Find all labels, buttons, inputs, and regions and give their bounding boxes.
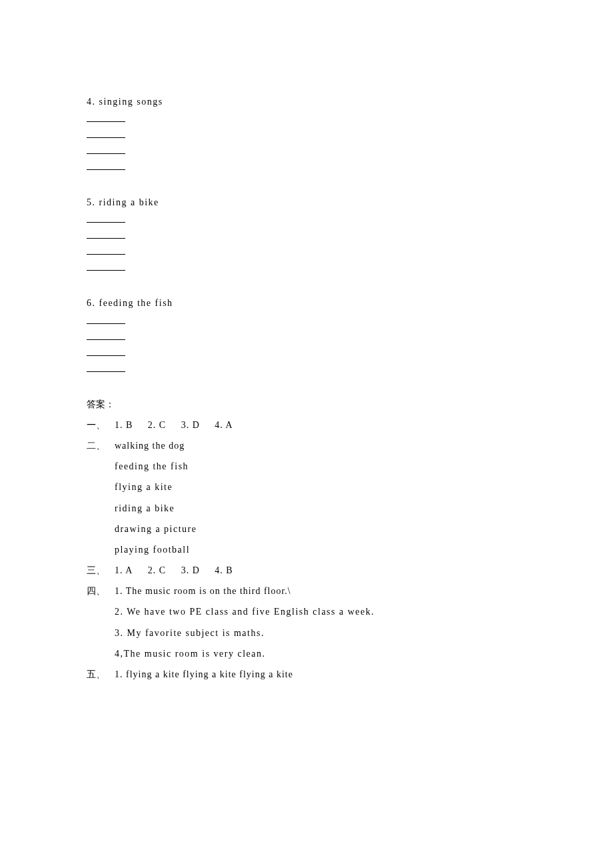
blank-line — [87, 347, 125, 356]
answer-3-1: 1. A — [115, 565, 133, 575]
blank-line — [87, 145, 125, 154]
section-2-line-0: walking the dog — [115, 437, 526, 454]
answer-title: 答案： — [87, 396, 526, 413]
section-2-line-1: feeding the fish — [115, 458, 526, 475]
exercise-4-text: 4. singing songs — [87, 93, 526, 110]
blank-line — [87, 363, 125, 372]
section-3-content: 1. A 2. C 3. D 4. B — [115, 562, 526, 579]
blank-line — [87, 261, 125, 271]
blank-line — [87, 245, 125, 255]
blank-group-6 — [87, 315, 526, 372]
answer-section-3: 三、 1. A 2. C 3. D 4. B — [87, 562, 526, 579]
answer-1-1: 1. B — [115, 420, 133, 430]
section-1-label: 一、 — [87, 417, 115, 433]
blank-line — [87, 229, 125, 239]
section-5-line: 1. flying a kite flying a kite flying a … — [115, 666, 526, 683]
answer-3-4: 4. B — [215, 565, 233, 575]
blank-line — [87, 113, 125, 122]
answer-section-1: 一、 1. B 2. C 3. D 4. A — [87, 417, 526, 433]
exercise-5-text: 5. riding a bike — [87, 194, 526, 211]
answer-1-3: 3. D — [181, 420, 200, 430]
section-2-line-4: drawing a picture — [115, 521, 526, 537]
answer-section-5: 五、 1. flying a kite flying a kite flying… — [87, 666, 526, 683]
exercise-6-text: 6. feeding the fish — [87, 295, 526, 311]
answer-1-4: 4. A — [215, 420, 233, 430]
answer-section-2: 二、 walking the dog — [87, 437, 526, 454]
section-4-line-2: 3. My favorite subject is maths. — [115, 625, 526, 641]
blank-group-5 — [87, 213, 526, 271]
section-4-line-1: 2. We have two PE class and five English… — [115, 603, 526, 620]
section-4-line-0: 1. The music room is on the third floor.… — [115, 583, 526, 599]
section-2-line-2: flying a kite — [115, 479, 526, 495]
section-5-label: 五、 — [87, 666, 115, 683]
answer-1-2: 2. C — [148, 420, 166, 430]
blank-line — [87, 161, 125, 170]
blank-line — [87, 129, 125, 138]
section-2-line-3: riding a bike — [115, 500, 526, 517]
section-4-line-3: 4,The music room is very clean. — [115, 645, 526, 662]
blank-group-4 — [87, 113, 526, 170]
section-2-label: 二、 — [87, 437, 115, 454]
blank-line — [87, 331, 125, 340]
answer-section: 答案： 一、 1. B 2. C 3. D 4. A 二、 walking th… — [87, 396, 526, 683]
answer-3-3: 3. D — [181, 565, 200, 575]
answer-section-4: 四、 1. The music room is on the third flo… — [87, 583, 526, 599]
section-3-label: 三、 — [87, 562, 115, 579]
section-1-content: 1. B 2. C 3. D 4. A — [115, 417, 526, 433]
blank-line — [87, 213, 125, 223]
blank-line — [87, 315, 125, 324]
section-4-label: 四、 — [87, 583, 115, 599]
answer-3-2: 2. C — [148, 565, 166, 575]
section-2-line-5: playing football — [115, 541, 526, 558]
